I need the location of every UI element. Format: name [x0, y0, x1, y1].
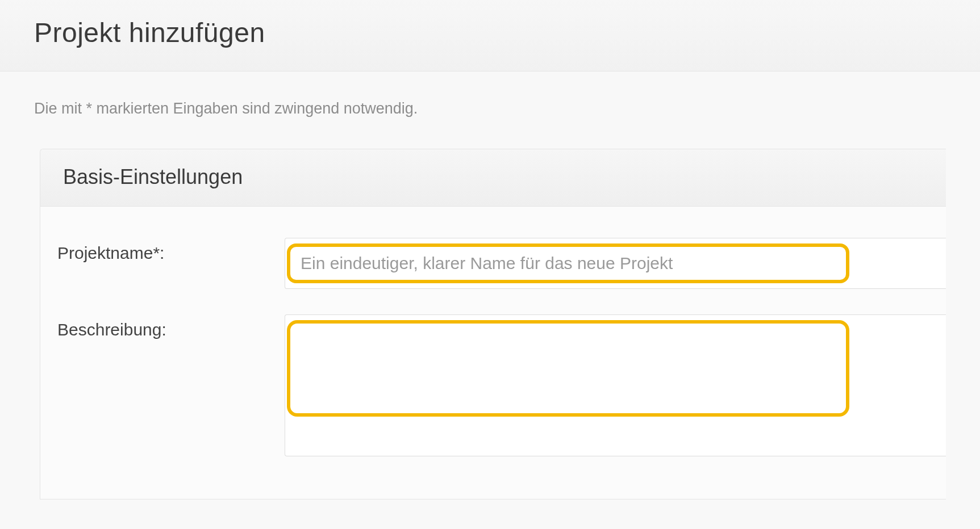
panel-header: Basis-Einstellungen: [40, 149, 946, 207]
page-container: Projekt hinzufügen Die mit * markierten …: [0, 0, 980, 499]
project-name-highlight: [287, 243, 849, 283]
required-fields-note: Die mit * markierten Eingaben sind zwing…: [34, 100, 946, 117]
project-name-field-wrap: [285, 238, 946, 289]
description-highlight: [287, 320, 849, 417]
description-outer-frame: [285, 314, 946, 456]
project-name-input[interactable]: [301, 251, 836, 275]
content-area: Die mit * markierten Eingaben sind zwing…: [0, 72, 980, 499]
description-field-wrap: [285, 314, 946, 456]
description-row: Beschreibung:: [57, 314, 946, 456]
project-name-outer-frame: [285, 238, 946, 289]
project-name-row: Projektname*:: [57, 238, 946, 289]
page-title: Projekt hinzufügen: [34, 17, 946, 48]
basic-settings-panel: Basis-Einstellungen Projektname*: Beschr…: [40, 149, 946, 499]
description-label: Beschreibung:: [57, 314, 285, 339]
page-header: Projekt hinzufügen: [0, 0, 980, 72]
panel-title: Basis-Einstellungen: [63, 165, 923, 189]
panel-body: Projektname*: Beschreibung:: [40, 207, 946, 499]
description-textarea[interactable]: [298, 329, 838, 408]
project-name-label: Projektname*:: [57, 238, 285, 263]
